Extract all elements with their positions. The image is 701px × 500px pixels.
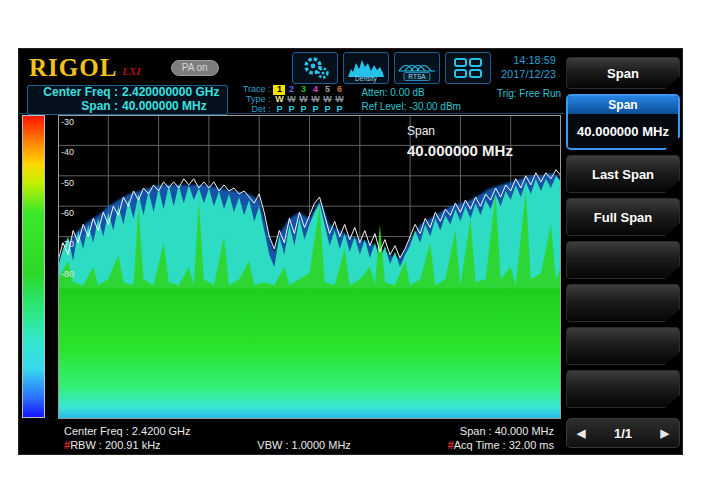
span-value-display: 40.000000 MHz bbox=[568, 114, 678, 148]
softkey-menu: Span Span 40.000000 MHz Last Span Full S… bbox=[564, 49, 682, 454]
softkey-empty[interactable] bbox=[566, 327, 680, 365]
softkey-empty-group bbox=[566, 241, 680, 408]
status-rbw: #RBW : 200.91 kHz bbox=[64, 438, 161, 452]
trace-status-table: Trace :123456Type :WWWWWWDet :PPPPPP bbox=[236, 85, 345, 115]
svg-text:-50: -50 bbox=[61, 178, 74, 188]
status-row-1: Center Freq : 2.4200 GHz Span : 40.000 M… bbox=[19, 424, 564, 438]
density-button[interactable]: Density bbox=[343, 52, 389, 84]
toolbar: Density RTSA bbox=[292, 52, 491, 84]
status-center-freq: Center Freq : 2.4200 GHz bbox=[64, 424, 191, 438]
clock-date: 2017/12/23 bbox=[501, 68, 556, 82]
status-row-2: #RBW : 200.91 kHz VBW : 1.0000 MHz #Acq … bbox=[19, 438, 564, 452]
svg-text:-30: -30 bbox=[61, 117, 74, 127]
level-readouts: Atten: 0.00 dB Ref Level: -30.00 dBm bbox=[361, 85, 461, 115]
span-annotation: Span 40.000000 MHz bbox=[407, 122, 513, 163]
settings-button[interactable] bbox=[292, 52, 338, 84]
lxi-badge: LXI bbox=[122, 65, 140, 77]
page-indicator: 1/1 bbox=[614, 426, 632, 441]
svg-text:-40: -40 bbox=[61, 147, 74, 157]
header-bottom-row: Center Freq : 2.420000000 GHz Span : 40.… bbox=[19, 85, 564, 115]
header-top-row: RIGOL LXI PA on bbox=[19, 49, 564, 85]
rtsa-label: RTSA bbox=[403, 72, 430, 81]
status-acq-time: #Acq Time : 32.00 ms bbox=[448, 438, 554, 452]
softkey-empty[interactable] bbox=[566, 284, 680, 322]
plot-region: -30-40-50-60-70-80 Span 40.000000 MHz bbox=[19, 114, 564, 426]
gear-icon bbox=[298, 55, 332, 81]
last-span-button[interactable]: Last Span bbox=[566, 155, 680, 193]
status-span: Span : 40.000 MHz bbox=[460, 424, 554, 438]
page-prev-button[interactable]: ◀ bbox=[577, 427, 585, 440]
pa-on-button[interactable]: PA on bbox=[171, 60, 219, 76]
page-next-button[interactable]: ▶ bbox=[661, 427, 669, 440]
rtsa-button[interactable]: RTSA bbox=[394, 52, 440, 84]
ref-level-readout: Ref Level: -30.00 dBm bbox=[361, 100, 461, 114]
span-value-button[interactable]: Span 40.000000 MHz bbox=[566, 94, 680, 150]
page-control: ◀ 1/1 ▶ bbox=[566, 418, 680, 448]
frequency-readout-box: Center Freq : 2.420000000 GHz Span : 40.… bbox=[27, 85, 228, 115]
svg-text:-70: -70 bbox=[61, 239, 74, 249]
menu-title-span[interactable]: Span bbox=[566, 57, 680, 89]
trigger-readout: Trig: Free Run bbox=[497, 85, 561, 99]
center-freq-readout: Center Freq : 2.420000000 GHz bbox=[32, 86, 219, 100]
layout-button[interactable] bbox=[445, 52, 491, 84]
density-label: Density bbox=[344, 75, 388, 82]
atten-readout: Atten: 0.00 dB bbox=[361, 86, 461, 100]
amplitude-colorbar bbox=[22, 115, 45, 418]
brand-logo: RIGOL bbox=[29, 54, 117, 82]
span-readout: Span : 40.000000 MHz bbox=[32, 100, 219, 114]
grid-icon bbox=[453, 56, 483, 80]
full-span-button[interactable]: Full Span bbox=[566, 198, 680, 236]
svg-text:-60: -60 bbox=[61, 208, 74, 218]
softkey-empty[interactable] bbox=[566, 241, 680, 279]
clock-time: 14:18:59 bbox=[501, 54, 556, 68]
main-area: RIGOL LXI PA on bbox=[19, 49, 564, 454]
analyzer-screen: RIGOL LXI PA on bbox=[18, 48, 683, 455]
header: RIGOL LXI PA on bbox=[19, 49, 564, 114]
svg-text:-80: -80 bbox=[61, 269, 74, 279]
status-vbw: VBW : 1.0000 MHz bbox=[257, 438, 351, 452]
status-bar: Center Freq : 2.4200 GHz Span : 40.000 M… bbox=[19, 424, 564, 454]
clock: 14:18:59 2017/12/23 bbox=[501, 54, 556, 82]
softkey-empty[interactable] bbox=[566, 370, 680, 408]
